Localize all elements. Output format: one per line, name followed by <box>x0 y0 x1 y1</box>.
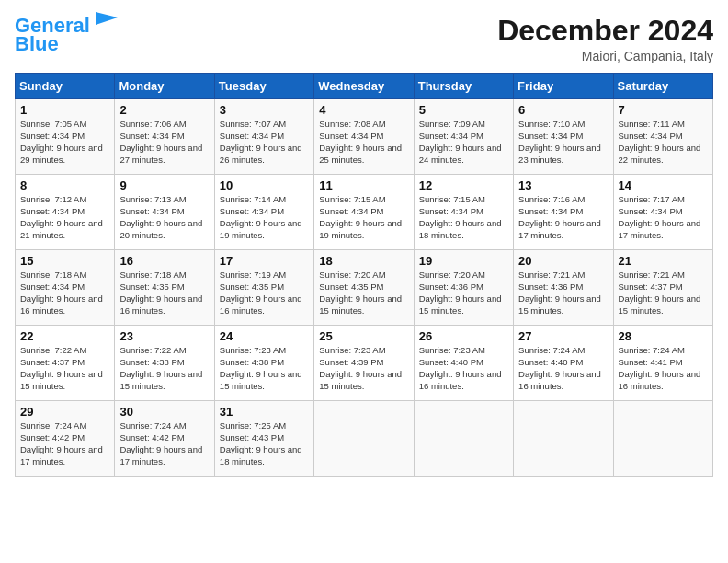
day-cell-7: 7 Sunrise: 7:11 AM Sunset: 4:34 PM Dayli… <box>613 99 712 175</box>
day-cell-22: 22 Sunrise: 7:22 AM Sunset: 4:37 PM Dayl… <box>16 326 115 401</box>
day-cell-10: 10 Sunrise: 7:14 AM Sunset: 4:34 PM Dayl… <box>214 175 313 250</box>
header-saturday: Saturday <box>613 74 712 99</box>
day-number: 26 <box>419 329 508 343</box>
day-cell-27: 27 Sunrise: 7:24 AM Sunset: 4:40 PM Dayl… <box>514 326 613 401</box>
day-cell-1: 1 Sunrise: 7:05 AM Sunset: 4:34 PM Dayli… <box>16 99 115 175</box>
location: Maiori, Campania, Italy <box>497 49 713 63</box>
title-block: December 2024 Maiori, Campania, Italy <box>497 15 713 63</box>
empty-cell <box>414 401 513 477</box>
day-cell-17: 17 Sunrise: 7:19 AM Sunset: 4:35 PM Dayl… <box>214 250 313 326</box>
day-number: 28 <box>619 329 708 343</box>
day-number: 31 <box>220 405 309 419</box>
weekday-header-row: Sunday Monday Tuesday Wednesday Thursday… <box>16 74 713 99</box>
svg-marker-0 <box>96 12 118 25</box>
day-info: Sunrise: 7:24 AM Sunset: 4:42 PM Dayligh… <box>20 420 109 467</box>
day-cell-15: 15 Sunrise: 7:18 AM Sunset: 4:34 PM Dayl… <box>16 250 115 326</box>
header: General Blue December 2024 Maiori, Campa… <box>15 15 713 63</box>
day-cell-2: 2 Sunrise: 7:06 AM Sunset: 4:34 PM Dayli… <box>115 99 214 175</box>
day-info: Sunrise: 7:19 AM Sunset: 4:35 PM Dayligh… <box>220 270 309 316</box>
day-info: Sunrise: 7:22 AM Sunset: 4:37 PM Dayligh… <box>20 345 109 392</box>
day-info: Sunrise: 7:15 AM Sunset: 4:34 PM Dayligh… <box>319 194 408 241</box>
calendar-row: 29 Sunrise: 7:24 AM Sunset: 4:42 PM Dayl… <box>16 401 713 477</box>
month-title: December 2024 <box>497 15 713 47</box>
day-info: Sunrise: 7:18 AM Sunset: 4:34 PM Dayligh… <box>20 270 109 316</box>
day-cell-23: 23 Sunrise: 7:22 AM Sunset: 4:38 PM Dayl… <box>115 326 214 401</box>
logo-icon <box>92 8 119 36</box>
day-number: 6 <box>518 103 608 117</box>
day-number: 15 <box>20 254 109 268</box>
header-monday: Monday <box>115 74 214 99</box>
empty-cell <box>514 401 613 477</box>
day-cell-30: 30 Sunrise: 7:24 AM Sunset: 4:42 PM Dayl… <box>115 401 214 477</box>
day-number: 2 <box>119 103 209 117</box>
day-info: Sunrise: 7:05 AM Sunset: 4:34 PM Dayligh… <box>20 119 109 166</box>
calendar-row: 15 Sunrise: 7:18 AM Sunset: 4:34 PM Dayl… <box>16 250 713 326</box>
day-cell-9: 9 Sunrise: 7:13 AM Sunset: 4:34 PM Dayli… <box>115 175 214 250</box>
day-number: 23 <box>119 329 209 343</box>
day-number: 8 <box>20 178 109 192</box>
day-info: Sunrise: 7:09 AM Sunset: 4:34 PM Dayligh… <box>419 119 508 166</box>
day-number: 12 <box>419 178 508 192</box>
day-cell-5: 5 Sunrise: 7:09 AM Sunset: 4:34 PM Dayli… <box>414 99 513 175</box>
day-info: Sunrise: 7:07 AM Sunset: 4:34 PM Dayligh… <box>220 119 309 166</box>
header-tuesday: Tuesday <box>214 74 313 99</box>
day-cell-26: 26 Sunrise: 7:23 AM Sunset: 4:40 PM Dayl… <box>414 326 513 401</box>
day-info: Sunrise: 7:21 AM Sunset: 4:36 PM Dayligh… <box>518 270 608 316</box>
day-info: Sunrise: 7:23 AM Sunset: 4:38 PM Dayligh… <box>220 345 309 392</box>
day-cell-12: 12 Sunrise: 7:15 AM Sunset: 4:34 PM Dayl… <box>414 175 513 250</box>
logo: General Blue <box>15 15 119 55</box>
day-number: 5 <box>419 103 508 117</box>
day-number: 10 <box>220 178 309 192</box>
day-info: Sunrise: 7:11 AM Sunset: 4:34 PM Dayligh… <box>619 119 708 166</box>
day-number: 16 <box>119 254 209 268</box>
day-info: Sunrise: 7:21 AM Sunset: 4:37 PM Dayligh… <box>619 270 708 316</box>
day-info: Sunrise: 7:10 AM Sunset: 4:34 PM Dayligh… <box>518 119 608 166</box>
day-number: 29 <box>20 405 109 419</box>
day-number: 13 <box>518 178 608 192</box>
day-cell-13: 13 Sunrise: 7:16 AM Sunset: 4:34 PM Dayl… <box>514 175 613 250</box>
day-number: 19 <box>419 254 508 268</box>
empty-cell <box>613 401 712 477</box>
day-number: 20 <box>518 254 608 268</box>
day-cell-6: 6 Sunrise: 7:10 AM Sunset: 4:34 PM Dayli… <box>514 99 613 175</box>
day-info: Sunrise: 7:24 AM Sunset: 4:41 PM Dayligh… <box>619 345 708 392</box>
day-cell-24: 24 Sunrise: 7:23 AM Sunset: 4:38 PM Dayl… <box>214 326 313 401</box>
day-cell-31: 31 Sunrise: 7:25 AM Sunset: 4:43 PM Dayl… <box>214 401 313 477</box>
empty-cell <box>314 401 414 477</box>
day-number: 4 <box>319 103 408 117</box>
day-cell-21: 21 Sunrise: 7:21 AM Sunset: 4:37 PM Dayl… <box>613 250 712 326</box>
day-number: 7 <box>619 103 708 117</box>
day-number: 11 <box>319 178 408 192</box>
day-number: 22 <box>20 329 109 343</box>
day-cell-11: 11 Sunrise: 7:15 AM Sunset: 4:34 PM Dayl… <box>314 175 414 250</box>
day-cell-25: 25 Sunrise: 7:23 AM Sunset: 4:39 PM Dayl… <box>314 326 414 401</box>
calendar-table: Sunday Monday Tuesday Wednesday Thursday… <box>15 73 713 477</box>
day-number: 1 <box>20 103 109 117</box>
day-info: Sunrise: 7:20 AM Sunset: 4:36 PM Dayligh… <box>419 270 508 316</box>
header-wednesday: Wednesday <box>314 74 414 99</box>
day-number: 27 <box>518 329 608 343</box>
day-number: 25 <box>319 329 408 343</box>
day-info: Sunrise: 7:14 AM Sunset: 4:34 PM Dayligh… <box>220 194 309 241</box>
day-info: Sunrise: 7:24 AM Sunset: 4:40 PM Dayligh… <box>518 345 608 392</box>
day-info: Sunrise: 7:25 AM Sunset: 4:43 PM Dayligh… <box>220 420 309 467</box>
day-info: Sunrise: 7:18 AM Sunset: 4:35 PM Dayligh… <box>119 270 209 316</box>
day-cell-16: 16 Sunrise: 7:18 AM Sunset: 4:35 PM Dayl… <box>115 250 214 326</box>
calendar-row: 1 Sunrise: 7:05 AM Sunset: 4:34 PM Dayli… <box>16 99 713 175</box>
calendar-row: 22 Sunrise: 7:22 AM Sunset: 4:37 PM Dayl… <box>16 326 713 401</box>
day-number: 14 <box>619 178 708 192</box>
header-friday: Friday <box>514 74 613 99</box>
day-number: 21 <box>619 254 708 268</box>
day-cell-19: 19 Sunrise: 7:20 AM Sunset: 4:36 PM Dayl… <box>414 250 513 326</box>
logo-text2: Blue <box>15 32 59 55</box>
calendar-container: General Blue December 2024 Maiori, Campa… <box>0 0 728 486</box>
header-sunday: Sunday <box>16 74 115 99</box>
day-info: Sunrise: 7:15 AM Sunset: 4:34 PM Dayligh… <box>419 194 508 241</box>
day-number: 9 <box>119 178 209 192</box>
day-info: Sunrise: 7:23 AM Sunset: 4:39 PM Dayligh… <box>319 345 408 392</box>
day-number: 24 <box>220 329 309 343</box>
day-cell-14: 14 Sunrise: 7:17 AM Sunset: 4:34 PM Dayl… <box>613 175 712 250</box>
day-info: Sunrise: 7:20 AM Sunset: 4:35 PM Dayligh… <box>319 270 408 316</box>
day-number: 30 <box>119 405 209 419</box>
day-info: Sunrise: 7:22 AM Sunset: 4:38 PM Dayligh… <box>119 345 209 392</box>
